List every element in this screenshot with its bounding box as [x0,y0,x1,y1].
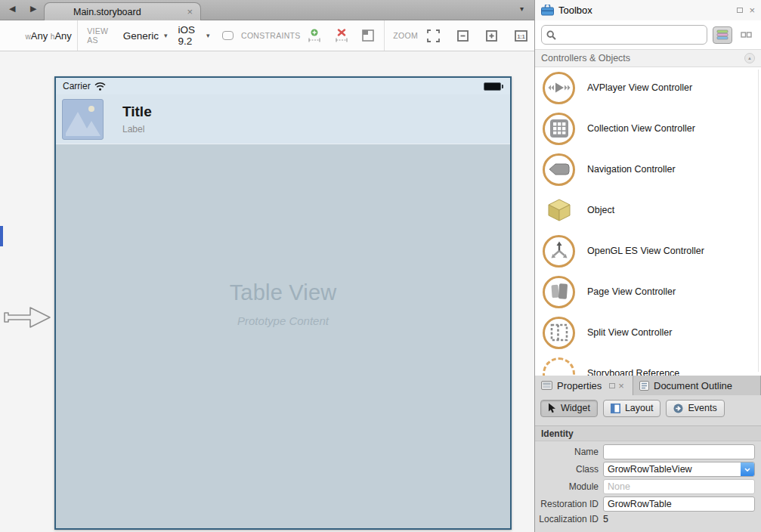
zoom-fit-button[interactable] [427,29,440,42]
zoom-out-button[interactable] [457,30,469,42]
device-frame-toggle-icon[interactable] [222,31,234,40]
document-outline-tab-icon [639,381,649,391]
chevron-down-icon: ▾ [164,32,168,39]
cell-subtitle-label[interactable]: Label [122,124,152,135]
toolbox-item-object[interactable]: Object [535,190,761,230]
toolbox-item-navigation-controller[interactable]: Navigation Controller [535,149,761,190]
toolbox-section-header[interactable]: Controllers & Objects ▲ [535,49,761,67]
toolbox-header: Toolbox × [535,0,761,20]
toolbox-item-collection-view[interactable]: Collection View Controller [535,108,761,149]
size-class-h-value: Any [54,30,71,42]
collection-grid-icon [549,119,569,138]
tab-document-outline[interactable]: Document Outline [633,376,761,395]
module-field-row: Module [535,479,755,494]
toolbox-item-storyboard-reference[interactable]: Storyboard Reference [535,353,761,376]
storyboard-entry-arrow-icon[interactable] [2,301,53,334]
clear-constraints-button[interactable] [335,29,348,43]
device-dropdown[interactable]: Generic ▾ [123,30,168,42]
zoom-label: ZOOM [393,31,418,40]
class-input[interactable] [603,462,755,477]
size-class-button[interactable]: wAny hAny [23,30,74,42]
toolbox-searchbox[interactable] [541,25,707,45]
restoration-id-input[interactable] [603,496,755,512]
cell-title-label[interactable]: Title [122,104,152,120]
tab-title: Main.storyboard [73,7,187,17]
compact-view-toggle-button[interactable] [737,28,755,42]
toolbox-item-split-view[interactable]: Split View Controller [535,312,761,353]
toolbox-search-input[interactable] [556,29,702,40]
split-dashed-icon [549,323,569,342]
tab-main-storyboard[interactable]: Main.storyboard × [44,2,201,20]
layout-button-label: Layout [625,403,654,413]
close-pane-icon[interactable]: × [618,381,624,391]
image-view-placeholder[interactable] [62,99,104,140]
table-view-watermark: Table View [230,280,337,305]
tab-properties[interactable]: Properties × [535,376,633,395]
photo-placeholder-icon [63,100,103,139]
tab-document-outline-label: Document Outline [654,380,732,391]
app-window: ◀ ▶ Main.storyboard × ▾ wAny hAny VIEW A… [0,0,761,532]
tab-close-icon[interactable]: × [187,7,193,17]
toolbox-item-label: Page View Controller [587,286,676,297]
zoom-in-icon [486,30,497,42]
properties-tab-bar: Properties × Document Outline [535,376,761,395]
add-constraint-button[interactable] [308,29,321,43]
dock-pane-icon[interactable] [609,383,615,388]
chevron-down-icon [744,468,750,472]
collapse-section-icon[interactable]: ▲ [744,53,755,63]
list-view-icon [716,29,729,40]
zoom-actual-size-icon: 1:1 [515,30,527,42]
os-version-dropdown[interactable]: iOS 9.2 ▾ [178,24,210,47]
toolbox-search-row [535,20,761,49]
view-controller-canvas[interactable]: Carrier Title [54,76,512,530]
chevron-down-icon: ▾ [206,32,210,39]
battery-icon [484,82,503,91]
toolbox-item-label: Storyboard Reference [587,368,679,376]
zoom-actual-size-button[interactable]: 1:1 [515,30,527,42]
toolbox-icon [541,5,554,16]
toolbox-item-label: Split View Controller [587,327,672,338]
os-version-value: iOS 9.2 [178,24,202,47]
toolbox-item-label: Object [587,205,614,215]
section-header-label: Controllers & Objects [541,53,744,63]
table-view-body[interactable]: Table View Prototype Content [56,144,510,527]
tab-strip: ◀ ▶ Main.storyboard × ▾ [0,0,534,20]
add-constraint-icon [308,29,321,43]
toolbox-item-label: Navigation Controller [587,164,676,175]
toolbox-item-opengl[interactable]: OpenGL ES View Controller [535,230,761,271]
prototype-content-watermark: Prototype Content [230,314,337,327]
avplayer-icon [548,82,571,94]
compact-view-icon [741,32,752,38]
localization-id-value: 5 [603,514,608,524]
dock-pane-icon[interactable] [737,8,743,13]
history-back-icon[interactable]: ◀ [9,4,15,14]
left-edge-marker [0,226,3,246]
layout-tab-button[interactable]: Layout [603,400,661,417]
zoom-in-button[interactable] [486,30,497,42]
wifi-icon [94,82,106,91]
class-dropdown-button[interactable] [741,462,754,476]
toolbox-item-list: AVPlayer View Controller Collection View… [535,67,761,376]
designer-toolbar: wAny hAny VIEW AS Generic ▾ iOS 9.2 ▾ CO… [0,20,534,51]
update-frames-button[interactable] [362,29,374,42]
dashed-circle-icon [543,357,575,376]
view-as-label: VIEW AS [87,26,113,45]
tab-overflow-icon[interactable]: ▾ [520,5,524,13]
identity-section-header[interactable]: Identity [535,425,761,441]
events-tab-button[interactable]: Events [666,400,724,417]
list-view-toggle-button[interactable] [713,26,733,44]
name-input[interactable] [603,444,755,459]
history-forward-icon[interactable]: ▶ [30,4,36,14]
events-button-label: Events [688,403,716,413]
zoom-out-icon [457,30,469,42]
constraints-label: CONSTRAINTS [241,31,301,40]
widget-tab-button[interactable]: Widget [540,400,598,417]
close-pane-icon[interactable]: × [749,5,755,15]
design-surface[interactable]: Carrier Title [0,51,534,532]
restoration-id-field-row: Restoration ID [535,496,755,512]
toolbox-item-avplayer[interactable]: AVPlayer View Controller [535,67,761,108]
module-input[interactable] [603,479,755,494]
toolbox-item-page-view[interactable]: Page View Controller [535,271,761,312]
toolbox-scrollbar[interactable] [758,70,759,372]
prototype-table-cell[interactable]: Title Label [56,94,510,144]
